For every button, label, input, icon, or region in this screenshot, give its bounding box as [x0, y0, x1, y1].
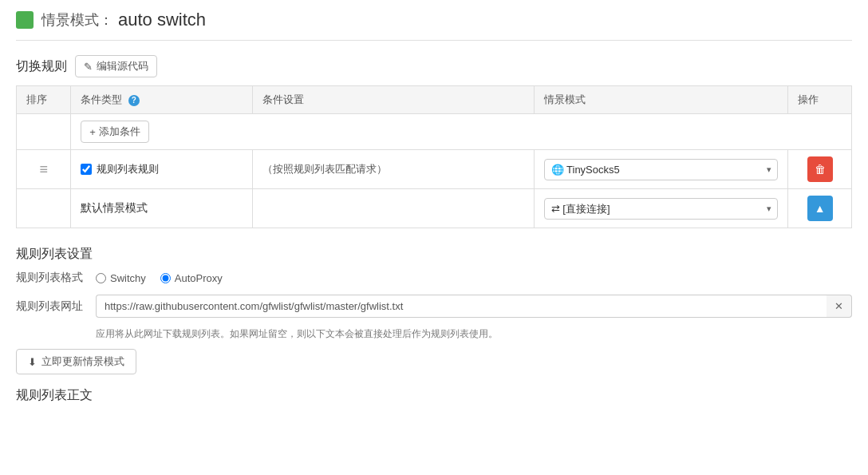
default-action-cell: ▲: [788, 189, 852, 228]
page-title: auto switch: [118, 10, 206, 30]
scene-mode-select[interactable]: 🌐 TinySocks5: [544, 159, 779, 180]
condition-type-cell: 规则列表规则: [71, 150, 253, 189]
condition-setting-cell: （按照规则列表匹配请求）: [252, 150, 534, 189]
drag-handle-icon[interactable]: ≡: [39, 161, 48, 177]
url-input[interactable]: [96, 295, 827, 318]
page-container: 情景模式： auto switch 切换规则 ✎ 编辑源代码 排序 条件类型 ?…: [0, 0, 868, 475]
plus-icon: +: [89, 126, 96, 138]
col-header-scene: 情景模式: [534, 86, 788, 114]
default-scene-cell: ⇄ [直接连接]: [534, 189, 788, 228]
col-header-action: 操作: [788, 86, 852, 114]
condition-setting-text: （按照规则列表匹配请求）: [262, 163, 387, 175]
update-btn-wrapper: ⬇ 立即更新情景模式: [16, 349, 852, 374]
format-switchy-label: Switchy: [96, 272, 146, 284]
move-up-button[interactable]: ▲: [807, 196, 833, 221]
col-header-type: 条件类型 ?: [71, 86, 253, 114]
rule-row: ≡ 规则列表规则 （按照规则列表匹配请求） �: [17, 150, 852, 189]
switch-rules-title: 切换规则 ✎ 编辑源代码: [16, 55, 852, 77]
default-setting-cell: [252, 189, 534, 228]
scene-mode-cell: 🌐 TinySocks5: [534, 150, 788, 189]
rulelist-body-section: 规则列表正文: [16, 387, 852, 404]
url-info-text: 应用将从此网址下载规则列表。如果网址留空，则以下文本会被直接处理后作为规则列表使…: [96, 327, 852, 341]
status-icon: [16, 11, 34, 29]
delete-icon: 🗑: [815, 163, 826, 176]
delete-rule-button[interactable]: 🗑: [807, 156, 833, 182]
rulelist-settings-section: 规则列表设置 规则列表格式 Switchy AutoProxy 规则列表网址 ✕: [16, 246, 852, 374]
default-order-cell: [17, 189, 71, 228]
add-condition-cell: + 添加条件: [71, 114, 852, 150]
format-switchy-radio[interactable]: [96, 273, 106, 283]
action-cell: 🗑: [788, 150, 852, 189]
rules-table: 排序 条件类型 ? 条件设置 情景模式 操作 +: [16, 85, 852, 228]
format-radio-group: Switchy AutoProxy: [96, 272, 223, 284]
default-scene-select-wrapper: ⇄ [直接连接]: [544, 198, 779, 220]
rulelist-settings-title: 规则列表设置: [16, 246, 852, 263]
default-scene-select[interactable]: ⇄ [直接连接]: [544, 198, 779, 220]
format-autoproxy-label: AutoProxy: [160, 272, 223, 284]
default-label-cell: 默认情景模式: [71, 189, 253, 228]
edit-source-button[interactable]: ✎ 编辑源代码: [75, 55, 157, 77]
condition-type-checkbox-label: 规则列表规则: [81, 162, 243, 176]
url-label: 规则列表网址: [16, 299, 88, 314]
col-header-order: 排序: [17, 86, 71, 114]
up-icon: ▲: [815, 202, 826, 215]
rulelist-body-title: 规则列表正文: [16, 387, 852, 404]
clear-url-button[interactable]: ✕: [827, 295, 852, 318]
scene-mode-select-wrapper: 🌐 TinySocks5: [544, 159, 779, 180]
add-condition-order-cell: [17, 114, 71, 150]
add-condition-button[interactable]: + 添加条件: [81, 121, 149, 143]
switch-rules-section: 切换规则 ✎ 编辑源代码 排序 条件类型 ? 条件设置 情景模式 操作: [16, 55, 852, 228]
format-autoproxy-radio[interactable]: [160, 273, 171, 283]
url-input-wrapper: ✕: [96, 295, 852, 318]
condition-type-checkbox[interactable]: [81, 164, 92, 175]
url-row: 规则列表网址 ✕: [16, 295, 852, 318]
update-button[interactable]: ⬇ 立即更新情景模式: [16, 349, 136, 374]
drag-handle-cell: ≡: [17, 150, 71, 189]
edit-icon: ✎: [84, 61, 93, 73]
format-row: 规则列表格式 Switchy AutoProxy: [16, 271, 852, 285]
download-icon: ⬇: [28, 356, 37, 368]
page-header: 情景模式： auto switch: [16, 10, 852, 41]
col-header-setting: 条件设置: [252, 86, 534, 114]
condition-type-info-icon[interactable]: ?: [128, 95, 140, 106]
default-row: 默认情景模式 ⇄ [直接连接] ▲: [17, 189, 852, 228]
add-condition-row: + 添加条件: [17, 114, 852, 150]
format-label: 规则列表格式: [16, 271, 88, 285]
header-label: 情景模式：: [41, 10, 113, 30]
